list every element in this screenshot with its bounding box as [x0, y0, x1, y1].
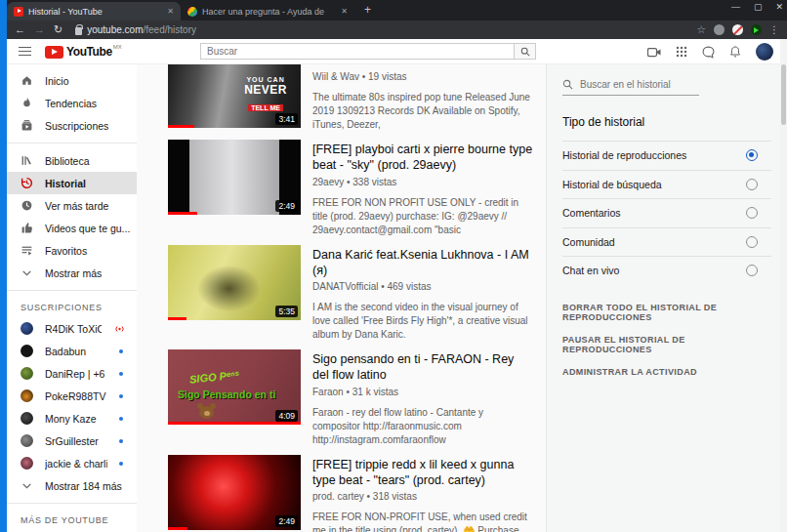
video-channel-meta[interactable]: Faraon • 31 k vistas: [312, 387, 533, 397]
reload-icon[interactable]: ↻: [54, 24, 62, 35]
video-channel-meta[interactable]: prod. cartey • 318 vistas: [312, 491, 533, 502]
channel-badabun[interactable]: Badabun: [7, 340, 137, 362]
video-description: The ultimate 80s inspired pop tune Relea…: [312, 91, 533, 132]
library-icon: [21, 154, 33, 167]
tab-close-icon[interactable]: ✕: [341, 7, 348, 16]
bookmark-star-icon[interactable]: ☆: [696, 23, 706, 36]
radio-button[interactable]: [746, 207, 758, 219]
search-button[interactable]: [515, 43, 536, 60]
forward-icon[interactable]: →: [34, 24, 45, 35]
url-path: /feed/history: [143, 24, 195, 35]
video-thumbnail[interactable]: SIGO Pᵉⁿˢ Sigo Pensando en ti 4:09: [168, 349, 301, 425]
option-historial-busqueda[interactable]: Historial de búsqueda: [562, 170, 771, 199]
pause-history-link[interactable]: PAUSAR EL HISTORIAL DE REPRODUCCIONES: [562, 335, 771, 354]
video-title[interactable]: [FREE] trippie redd x lil keed x gunna t…: [312, 457, 533, 489]
screen: Historial - YouTube ✕ Hacer una pregunta…: [0, 0, 787, 532]
radio-button[interactable]: [746, 236, 758, 248]
tab-ayuda[interactable]: Hacer una pregunta - Ayuda de ✕: [181, 2, 354, 20]
clear-history-link[interactable]: BORRAR TODO EL HISTORIAL DE REPRODUCCION…: [562, 303, 771, 322]
channel-avatar: [21, 322, 33, 335]
sidebar-item-biblioteca[interactable]: Biblioteca: [7, 149, 137, 172]
back-icon[interactable]: ←: [15, 24, 25, 35]
video-thumbnail[interactable]: YOU CAN NEVER TELL ME 3:41: [168, 64, 301, 128]
sidebar-item-label: Mostrar más: [45, 267, 102, 279]
video-title[interactable]: Sigo pensando en ti - FARAON - Rey del f…: [312, 351, 533, 384]
channel-jackie-charlie[interactable]: jackie & charlie: [7, 452, 137, 474]
sidebar-item-favoritos[interactable]: Favoritos: [7, 239, 137, 262]
sidebar-item-videos-que-te-gustan[interactable]: Videos que te gu...: [7, 217, 137, 239]
subscriptions-section-title: SUSCRIPCIONES: [7, 297, 137, 317]
video-title[interactable]: Dana Karić feat.Ksenia Lukhnova - I AM (…: [312, 247, 533, 279]
video-thumbnail[interactable]: 2:49: [168, 140, 301, 215]
manage-activity-link[interactable]: ADMINISTRAR LA ACTIVIDAD: [562, 367, 771, 377]
maximize-button[interactable]: ▢: [754, 0, 763, 14]
sidebar-item-inicio[interactable]: Inicio: [7, 69, 137, 92]
new-video-dot: [119, 349, 123, 353]
browser-menu-icon[interactable]: ⋮: [769, 24, 779, 35]
video-row[interactable]: SIGO Pᵉⁿˢ Sigo Pensando en ti 4:09 Sigo …: [168, 349, 546, 447]
sidebar-item-historial[interactable]: Historial: [7, 172, 137, 194]
channel-danirep[interactable]: DaniRep | +6 Vi...: [7, 362, 137, 385]
video-thumbnail[interactable]: 2:49: [168, 455, 301, 530]
page-scrollbar[interactable]: [780, 39, 787, 532]
channel-mony-kaze[interactable]: Mony Kaze: [7, 407, 137, 430]
new-tab-button[interactable]: +: [354, 0, 381, 20]
option-historial-reproducciones[interactable]: Historial de reproducciones: [562, 141, 771, 170]
notifications-bell-icon[interactable]: [729, 46, 741, 59]
option-chat-en-vivo[interactable]: Chat en vivo: [562, 256, 771, 285]
youtube-logo[interactable]: YouTube MX: [45, 45, 122, 59]
video-channel-meta[interactable]: Wiil & Wav • 19 vistas: [312, 71, 533, 82]
option-comunidad[interactable]: Comunidad: [562, 227, 771, 257]
channel-srguillester[interactable]: SrGuillester: [7, 430, 137, 452]
channel-poker988tv[interactable]: PokeR988TV: [7, 385, 137, 407]
sidebar-show-more-channels[interactable]: Mostrar 184 más: [7, 474, 137, 497]
sidebar: Inicio Tendencias Suscripciones Bibliote…: [7, 64, 137, 532]
account-avatar[interactable]: [756, 43, 773, 61]
tab-historial-youtube[interactable]: Historial - YouTube ✕: [7, 2, 181, 20]
create-video-icon[interactable]: [647, 47, 661, 58]
close-button[interactable]: ✕: [775, 0, 783, 14]
sidebar-item-mostrar-mas[interactable]: Mostrar más: [7, 262, 137, 284]
channel-avatar: [21, 412, 33, 425]
history-search-box[interactable]: [562, 79, 699, 96]
video-row[interactable]: 5:35 Dana Karić feat.Ksenia Lukhnova - I…: [168, 245, 546, 343]
download-extension-icon[interactable]: [751, 24, 762, 35]
extension-icon[interactable]: [714, 24, 725, 35]
channel-name: R4DiK ToXiCx: [45, 323, 102, 335]
chevron-down-icon: [21, 479, 33, 492]
sidebar-item-suscripciones[interactable]: Suscripciones: [7, 114, 137, 137]
watch-progress-bar: [168, 317, 186, 320]
minimize-button[interactable]: —: [731, 0, 740, 14]
playlist-icon: [21, 244, 33, 257]
video-thumbnail[interactable]: 5:35: [168, 245, 301, 320]
search-box[interactable]: [200, 43, 515, 60]
option-comentarios[interactable]: Comentarios: [562, 198, 771, 227]
address-bar[interactable]: youtube.com/feed/history: [75, 24, 687, 35]
history-search-input[interactable]: [580, 79, 699, 90]
option-label: Chat en vivo: [562, 265, 746, 276]
sidebar-item-tendencias[interactable]: Tendencias: [7, 92, 137, 114]
video-title[interactable]: [FREE] playboi carti x pierre bourne typ…: [312, 142, 533, 174]
background-window-edge: [0, 0, 7, 532]
thumbnail-text: SIGO Pᵉⁿˢ: [189, 368, 240, 385]
video-row[interactable]: 2:49 [FREE] playboi carti x pierre bourn…: [168, 140, 546, 237]
apps-grid-icon[interactable]: [676, 46, 687, 58]
channel-r4dik[interactable]: R4DiK ToXiCx: [7, 317, 137, 340]
tab-close-icon[interactable]: ✕: [167, 7, 174, 16]
region-label: MX: [113, 44, 122, 50]
video-channel-meta[interactable]: 29aevy • 338 vistas: [312, 177, 533, 187]
scrollbar-thumb[interactable]: [781, 64, 786, 125]
sidebar-item-ver-mas-tarde[interactable]: Ver más tarde: [7, 194, 137, 217]
radio-button[interactable]: [746, 149, 758, 161]
radio-button[interactable]: [746, 265, 758, 276]
duration-badge: 4:09: [275, 410, 298, 422]
video-row[interactable]: YOU CAN NEVER TELL ME 3:41 Wiil & Wav • …: [168, 64, 546, 132]
messages-icon[interactable]: [702, 46, 715, 59]
search-input[interactable]: [201, 46, 514, 57]
adblock-extension-icon[interactable]: [732, 24, 743, 35]
menu-icon[interactable]: [19, 47, 31, 57]
watch-later-icon: [21, 199, 33, 212]
radio-button[interactable]: [746, 179, 758, 190]
video-row[interactable]: 2:49 [FREE] trippie redd x lil keed x gu…: [168, 455, 546, 532]
video-channel-meta[interactable]: DANATVofficial • 469 vistas: [312, 281, 533, 292]
